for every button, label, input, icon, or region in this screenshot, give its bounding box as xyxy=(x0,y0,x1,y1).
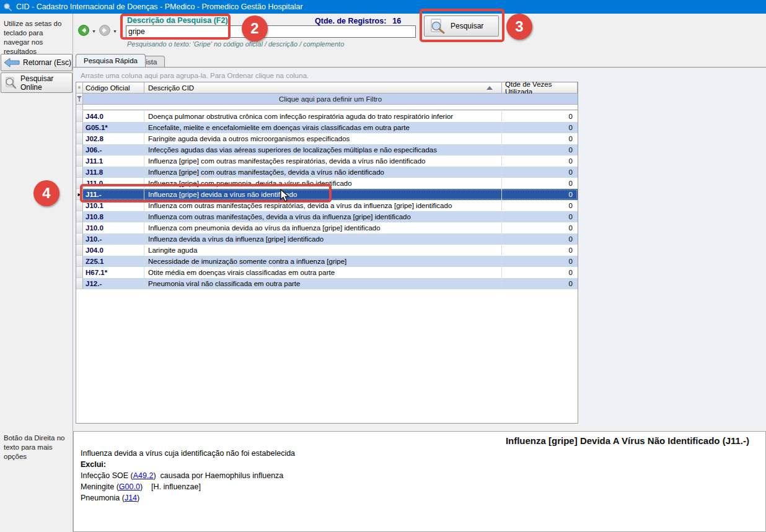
record-count-value: 16 xyxy=(392,17,401,25)
usage-count: 0 xyxy=(502,233,578,245)
exclusion-line: Meningite (G00.0) [H. influenzae] xyxy=(81,481,514,492)
cid-description: Pneumonia viral não classificada em outr… xyxy=(144,278,502,289)
annotation-badge-2: 2 xyxy=(242,15,268,41)
cid-code-link[interactable]: A49.2 xyxy=(133,471,154,480)
row-indicator xyxy=(76,256,83,267)
indicator-column-header: ✳ xyxy=(76,82,83,94)
column-header-codigo[interactable]: Código Oficial xyxy=(83,82,144,94)
search-online-button[interactable]: Pesquisar Online xyxy=(1,72,73,93)
results-grid: ✳ Código Oficial Descrição CID Qtde de V… xyxy=(76,82,578,424)
application-window: CID - Cadastro Internacional de Doenças … xyxy=(0,0,766,532)
search-button[interactable]: Pesquisar xyxy=(424,15,499,37)
row-indicator: ▸ xyxy=(76,189,83,200)
row-indicator xyxy=(76,245,83,256)
usage-count: 0 xyxy=(502,144,578,155)
exclusion-text: ) xyxy=(137,494,139,502)
table-row[interactable]: ▸J11.-Influenza [gripe] devida a vírus n… xyxy=(76,189,578,200)
app-icon xyxy=(3,2,12,12)
row-indicator xyxy=(76,178,83,189)
detail-description: Influenza devida a vírus cuja identifica… xyxy=(81,448,514,459)
nav-back-dropdown-icon[interactable]: ▼ xyxy=(92,29,96,33)
table-row[interactable]: H67.1*Otite média em doenças virais clas… xyxy=(76,267,578,278)
nav-back-button[interactable] xyxy=(78,25,89,36)
magnifier-icon xyxy=(4,76,17,90)
cid-code-link[interactable]: G00.0 xyxy=(119,482,140,491)
table-row[interactable]: J04.0Laringite aguda0 xyxy=(76,245,578,256)
exclusion-text: Meningite ( xyxy=(81,482,119,491)
cid-description: Otite média em doenças virais classifica… xyxy=(144,267,502,278)
searching-hint-text: Pesquisando o texto: 'Gripe' no código o… xyxy=(127,40,344,48)
table-row[interactable]: J11.8Influenza [gripe] com outras manife… xyxy=(76,167,578,178)
table-row[interactable]: J10.1Influenza com outras manifestações … xyxy=(76,200,578,211)
usage-count: 0 xyxy=(502,122,578,133)
row-indicator xyxy=(76,144,83,155)
row-indicator xyxy=(76,167,83,178)
usage-count: 0 xyxy=(502,167,578,178)
detail-panel: Influenza [gripe] Devida A Vírus Não Ide… xyxy=(73,431,766,532)
grid-header: ✳ Código Oficial Descrição CID Qtde de V… xyxy=(76,82,578,94)
usage-count: 0 xyxy=(502,133,578,144)
row-indicator xyxy=(76,233,83,245)
sort-ascending-icon xyxy=(486,86,493,90)
column-header-qtde[interactable]: Qtde de Vezes Utilizada xyxy=(502,82,578,94)
table-row[interactable]: J02.8Faringite aguda devida a outros mic… xyxy=(76,133,578,144)
usage-count: 0 xyxy=(502,256,578,267)
search-online-button-label: Pesquisar Online xyxy=(20,74,72,92)
table-row[interactable]: J10.0Influenza com pneumonia devida ao v… xyxy=(76,222,578,233)
usage-count: 0 xyxy=(502,178,578,189)
cid-description: Influenza [gripe] devida a vírus não ide… xyxy=(144,189,502,200)
return-button[interactable]: Retornar (Esc) xyxy=(1,54,73,71)
row-indicator xyxy=(76,155,83,167)
cid-code: J44.0 xyxy=(83,111,144,122)
back-arrow-icon xyxy=(4,58,20,68)
row-indicator xyxy=(76,200,83,211)
table-row[interactable]: J44.0Doença pulmonar obstrutiva crônica … xyxy=(76,111,578,122)
row-indicator xyxy=(76,278,83,289)
cid-code: J11.- xyxy=(83,189,144,200)
cid-code: H67.1* xyxy=(83,267,144,278)
return-button-label: Retornar (Esc) xyxy=(23,58,71,67)
tab-label: Pesquisa Rápida xyxy=(84,57,138,64)
filter-row[interactable]: Clique aqui para definir um Filtro xyxy=(76,94,578,105)
table-row[interactable]: Z25.1Necessidade de imunização somente c… xyxy=(76,256,578,267)
cid-description: Faringite aguda devida a outros microorg… xyxy=(144,133,502,144)
nav-forward-button[interactable] xyxy=(99,25,110,36)
grid-new-row-indicator xyxy=(76,105,83,110)
keyboard-hint-text: Utilize as setas do teclado para navegar… xyxy=(4,19,71,56)
table-row[interactable]: J11.0Influenza [gripe] com pneumonia, de… xyxy=(76,178,578,189)
grid-new-row-strip xyxy=(76,105,578,110)
usage-count: 0 xyxy=(502,245,578,256)
sidebar: Utilize as setas do teclado para navegar… xyxy=(0,14,73,532)
cid-description: Necessidade de imunização somente contra… xyxy=(144,256,502,267)
usage-count: 0 xyxy=(502,267,578,278)
table-row[interactable]: J12.-Pneumonia viral não classificada em… xyxy=(76,278,578,289)
row-indicator xyxy=(76,122,83,133)
exclusion-lines: Infecção SOE (A49.2) causada por Haemoph… xyxy=(81,470,514,504)
column-header-label: Descrição CID xyxy=(148,84,194,92)
cid-code: J06.- xyxy=(83,144,144,155)
row-indicator xyxy=(76,267,83,278)
title-bar: CID - Cadastro Internacional de Doenças … xyxy=(0,0,766,14)
search-button-label: Pesquisar xyxy=(451,22,483,30)
record-count: Qtde. de Registros:16 xyxy=(315,17,401,25)
tab-pesquisa-rapida[interactable]: Pesquisa Rápida xyxy=(76,54,146,67)
cid-code: G05.1* xyxy=(83,122,144,133)
table-row[interactable]: J06.-Infecções agudas das vias aéreas su… xyxy=(76,144,578,155)
detail-body[interactable]: Influenza devida a vírus cuja identifica… xyxy=(81,448,514,504)
table-row[interactable]: J10.8Influenza com outras manifestações,… xyxy=(76,211,578,222)
table-row[interactable]: G05.1*Encefalite, mielite e encefalomiel… xyxy=(76,122,578,133)
cid-description: Influenza [gripe] com outras manifestaçõ… xyxy=(144,167,502,178)
cid-code-link[interactable]: J14 xyxy=(125,494,137,502)
table-row[interactable]: J10.-Influenza devida a vírus da influen… xyxy=(76,233,578,245)
table-row[interactable]: J11.1Influenza [gripe] com outras manife… xyxy=(76,155,578,167)
usage-count: 0 xyxy=(502,189,578,200)
row-indicator xyxy=(76,211,83,222)
search-input[interactable] xyxy=(126,25,416,38)
cid-code: J10.0 xyxy=(83,222,144,233)
cid-description: Influenza [gripe] com pneumonia, devida … xyxy=(144,178,502,189)
cid-code: J12.- xyxy=(83,278,144,289)
cid-code: Z25.1 xyxy=(83,256,144,267)
column-header-descricao[interactable]: Descrição CID xyxy=(144,82,502,94)
nav-forward-dropdown-icon[interactable]: ▼ xyxy=(113,29,117,33)
cid-code: J10.1 xyxy=(83,200,144,211)
